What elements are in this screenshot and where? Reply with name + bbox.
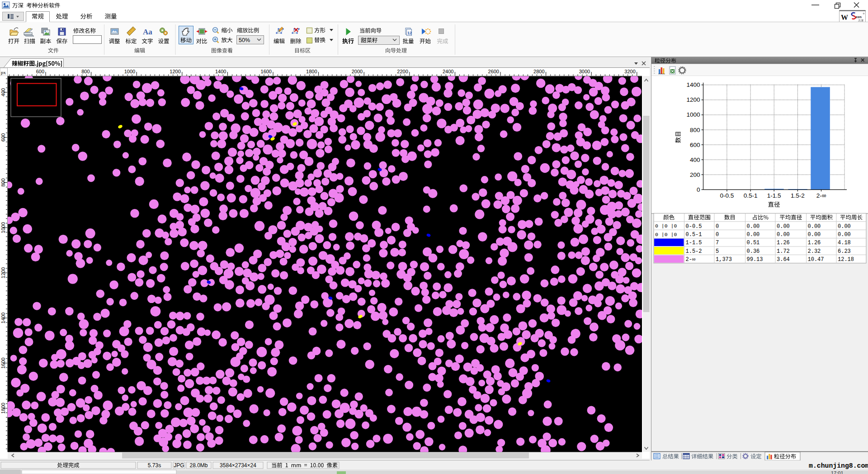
svg-text:1000: 1000 <box>124 69 135 74</box>
svg-text:0 |0 |0: 0 |0 |0 <box>655 223 677 229</box>
svg-text:1200: 1200 <box>0 267 6 278</box>
svg-text:1.5-2: 1.5-2 <box>686 248 702 255</box>
svg-text:1800: 1800 <box>0 403 6 413</box>
svg-text:1400: 1400 <box>0 313 6 323</box>
svg-text:2000: 2000 <box>352 69 363 74</box>
svg-text:12: 12 <box>407 31 412 35</box>
svg-text:2.32: 2.32 <box>808 248 821 255</box>
svg-text:0.00: 0.00 <box>747 232 760 238</box>
svg-text:400: 400 <box>690 156 700 163</box>
svg-text:0.00: 0.00 <box>838 223 851 230</box>
svg-text:5: 5 <box>716 248 719 255</box>
svg-text:0.00: 0.00 <box>808 223 821 230</box>
svg-text:1000: 1000 <box>0 222 6 233</box>
svg-text:0.5-1: 0.5-1 <box>744 192 758 199</box>
svg-text:0.00: 0.00 <box>777 223 790 230</box>
svg-text:0: 0 <box>716 232 719 238</box>
svg-text:0.51: 0.51 <box>747 240 760 246</box>
svg-text:3.64: 3.64 <box>777 256 790 263</box>
svg-text:2200: 2200 <box>397 69 408 74</box>
svg-text:0.00: 0.00 <box>808 232 821 238</box>
svg-text:7: 7 <box>716 240 719 246</box>
svg-text:2-∞: 2-∞ <box>816 192 826 199</box>
svg-text:3000: 3000 <box>579 69 590 74</box>
svg-text:2400: 2400 <box>443 69 453 74</box>
svg-text:800: 800 <box>690 127 700 133</box>
svg-text:W: W <box>841 14 848 21</box>
svg-text:1800: 1800 <box>306 69 317 74</box>
svg-text:600: 600 <box>36 69 44 74</box>
svg-text:200: 200 <box>690 171 700 178</box>
svg-text:17:01: 17:01 <box>831 470 844 474</box>
svg-text:10.47: 10.47 <box>808 256 824 263</box>
svg-text:m.chunjing8.com: m.chunjing8.com <box>809 462 868 469</box>
svg-text:1000: 1000 <box>686 111 700 118</box>
svg-text:99.13: 99.13 <box>747 256 763 263</box>
svg-text:50%: 50% <box>239 37 250 43</box>
svg-text:1200: 1200 <box>170 69 180 74</box>
svg-text:een: een <box>856 15 862 19</box>
svg-text:1.26: 1.26 <box>808 240 821 246</box>
svg-text:1-1.5: 1-1.5 <box>767 192 781 199</box>
svg-text:1.72: 1.72 <box>777 248 790 255</box>
svg-text:800: 800 <box>0 178 6 186</box>
svg-text:0 |0 |0: 0 |0 |0 <box>655 232 677 237</box>
svg-text:3200: 3200 <box>624 69 635 74</box>
svg-text:0.5-1: 0.5-1 <box>686 232 702 238</box>
svg-text:6.23: 6.23 <box>838 248 851 255</box>
svg-text:px: px <box>1 70 6 75</box>
svg-text:1,373: 1,373 <box>716 256 732 263</box>
svg-text:1600: 1600 <box>261 69 272 74</box>
svg-text:400: 400 <box>0 88 6 96</box>
svg-text:2800: 2800 <box>533 69 544 74</box>
svg-text:4.18: 4.18 <box>838 240 851 246</box>
svg-text:0.00: 0.00 <box>838 232 851 238</box>
svg-text:5.73s: 5.73s <box>148 462 161 469</box>
svg-text:800: 800 <box>81 69 90 74</box>
svg-text:1400: 1400 <box>686 81 700 88</box>
svg-text:3584×2734×24: 3584×2734×24 <box>220 462 256 469</box>
svg-text:0.00: 0.00 <box>747 223 760 230</box>
svg-text:1.5-2: 1.5-2 <box>791 192 805 199</box>
svg-text:0.36: 0.36 <box>747 248 760 255</box>
svg-text:12.18: 12.18 <box>838 256 854 263</box>
svg-text:600: 600 <box>690 142 700 148</box>
svg-text:2600: 2600 <box>488 69 499 74</box>
svg-text:0-0.5: 0-0.5 <box>720 192 734 199</box>
svg-text:0.00: 0.00 <box>777 232 790 238</box>
svg-text:1.26: 1.26 <box>777 240 790 246</box>
svg-text:0-0.5: 0-0.5 <box>686 223 702 230</box>
svg-text:1400: 1400 <box>215 69 226 74</box>
svg-text:1-1.5: 1-1.5 <box>686 240 702 246</box>
svg-text:600: 600 <box>0 133 6 142</box>
svg-text:1600: 1600 <box>0 358 6 369</box>
svg-text:2-∞: 2-∞ <box>686 256 696 263</box>
svg-text:JPG: JPG <box>174 462 184 469</box>
svg-text:1200: 1200 <box>686 96 700 103</box>
svg-text:0: 0 <box>697 186 700 193</box>
svg-text:Aa: Aa <box>143 28 152 36</box>
svg-text:0: 0 <box>716 223 719 230</box>
svg-text:28.0Mb: 28.0Mb <box>189 462 208 469</box>
